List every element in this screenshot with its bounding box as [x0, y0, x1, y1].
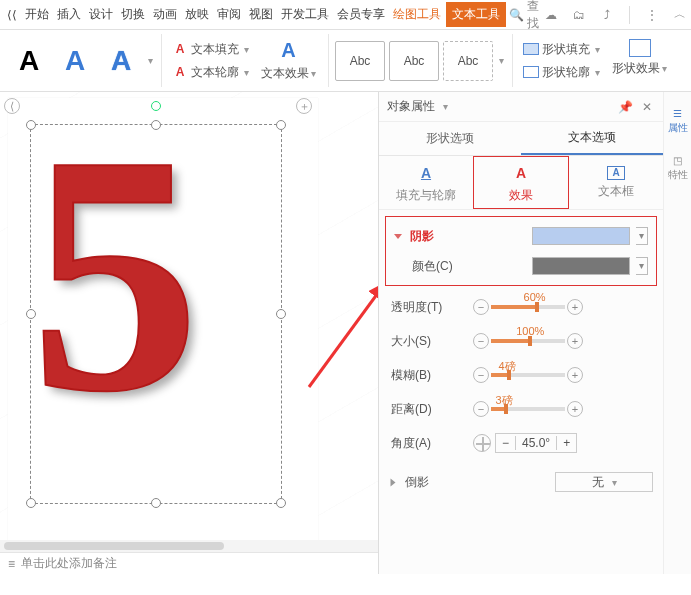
- collapse-ribbon-icon[interactable]: ︿: [671, 6, 689, 24]
- text-style-preset-3[interactable]: A: [100, 40, 142, 82]
- shape-style-preset-3[interactable]: Abc: [443, 41, 493, 81]
- share-icon[interactable]: ⤴: [598, 6, 616, 24]
- horizontal-scrollbar[interactable]: [0, 540, 378, 552]
- shape-style-more[interactable]: ▾: [499, 55, 504, 66]
- menu-slideshow[interactable]: 放映: [182, 2, 212, 27]
- text-fill-button[interactable]: A 文本填充▾: [168, 39, 253, 60]
- expand-icon[interactable]: [394, 234, 402, 239]
- reflection-dropdown[interactable]: 无 ▾: [555, 472, 653, 492]
- expand-icon[interactable]: [391, 478, 396, 486]
- more-icon[interactable]: ⋮: [643, 6, 661, 24]
- notes-icon: ≡: [8, 557, 15, 571]
- notify-icon[interactable]: 🗂: [570, 6, 588, 24]
- row-size: 大小(S) − 100% +: [391, 324, 655, 358]
- object-properties-panel: 对象属性 ▾ 📌 ✕ 形状选项 文本选项 A 填充与轮廓 A 效果 A 文本框: [378, 92, 663, 574]
- text-effect-label: 文本效果: [261, 66, 309, 80]
- tab-effect[interactable]: A 效果: [473, 156, 569, 209]
- text-effect-button[interactable]: A 文本效果▾: [257, 37, 320, 85]
- angle-stepper[interactable]: − 45.0° +: [495, 433, 577, 453]
- workspace: ⟨ ＋ 5 ≡ 单击此处添加备注 对象属性 ▾ �: [0, 92, 691, 574]
- ribbon-text-styles: A A A ▾: [8, 34, 162, 87]
- angle-dial[interactable]: [473, 434, 491, 452]
- blur-slider[interactable]: 4磅: [491, 373, 565, 377]
- menu-dev[interactable]: 开发工具: [278, 2, 332, 27]
- shape-effect-button[interactable]: 形状效果▾: [608, 37, 671, 85]
- menu-transition[interactable]: 切换: [118, 2, 148, 27]
- tab-fill-outline[interactable]: A 填充与轮廓: [379, 156, 473, 209]
- shape-fill-button[interactable]: 形状填充▾: [519, 39, 604, 60]
- opacity-value: 60%: [524, 291, 546, 303]
- reflection-section-label: 倒影: [405, 474, 473, 491]
- shadow-preset-dropdown[interactable]: ▾: [636, 227, 648, 245]
- canvas-text-glyph[interactable]: 5: [30, 112, 200, 435]
- opacity-slider[interactable]: 60%: [491, 305, 565, 309]
- rail-special[interactable]: ◳ 特性: [668, 155, 688, 182]
- row-angle: 角度(A) − 45.0° +: [391, 426, 655, 460]
- panel-title-dropdown[interactable]: ▾: [443, 101, 448, 112]
- opacity-increase[interactable]: +: [567, 299, 583, 315]
- text-fill-icon: A: [172, 41, 188, 57]
- text-style-preset-2[interactable]: A: [54, 40, 96, 82]
- tab-text-options[interactable]: 文本选项: [521, 122, 663, 155]
- resize-handle[interactable]: [26, 498, 36, 508]
- tab-textbox[interactable]: A 文本框: [569, 156, 663, 209]
- text-style-more[interactable]: ▾: [148, 55, 153, 66]
- text-outline-label: 文本轮廓: [191, 64, 239, 81]
- search-box[interactable]: 🔍 查找: [508, 0, 540, 33]
- menu-design[interactable]: 设计: [86, 2, 116, 27]
- blur-decrease[interactable]: −: [473, 367, 489, 383]
- menu-vip[interactable]: 会员专享: [334, 2, 388, 27]
- resize-handle[interactable]: [276, 498, 286, 508]
- menu-nav-prev[interactable]: ⟨⟨: [4, 4, 20, 26]
- notes-bar[interactable]: ≡ 单击此处添加备注: [0, 552, 378, 574]
- shadow-section-label: 阴影: [410, 228, 478, 245]
- menu-insert[interactable]: 插入: [54, 2, 84, 27]
- opacity-label: 透明度(T): [391, 299, 469, 316]
- panel-close-icon[interactable]: ✕: [639, 99, 655, 115]
- angle-increase[interactable]: +: [557, 436, 576, 450]
- menu-start[interactable]: 开始: [22, 2, 52, 27]
- blur-increase[interactable]: +: [567, 367, 583, 383]
- tab-shape-options[interactable]: 形状选项: [379, 122, 521, 155]
- reflection-value: 无: [592, 474, 604, 491]
- text-outline-button[interactable]: A 文本轮廓▾: [168, 62, 253, 83]
- menu-text-tool[interactable]: 文本工具: [446, 2, 506, 27]
- panel-pin-icon[interactable]: 📌: [617, 99, 633, 115]
- shape-effect-label: 形状效果: [612, 61, 660, 75]
- size-increase[interactable]: +: [567, 333, 583, 349]
- resize-handle[interactable]: [276, 120, 286, 130]
- menu-drawing-tool[interactable]: 绘图工具: [390, 2, 444, 27]
- resize-handle[interactable]: [276, 309, 286, 319]
- shape-style-preset-1[interactable]: Abc: [335, 41, 385, 81]
- menu-view[interactable]: 视图: [246, 2, 276, 27]
- ribbon: A A A ▾ A 文本填充▾ A 文本轮廓▾ A 文本效果▾ Abc Abc …: [0, 30, 691, 92]
- resize-handle[interactable]: [151, 498, 161, 508]
- canvas-collapse-icon[interactable]: ⟨: [4, 98, 20, 114]
- row-blur: 模糊(B) − 4磅 +: [391, 358, 655, 392]
- angle-decrease[interactable]: −: [496, 436, 516, 450]
- menu-animation[interactable]: 动画: [150, 2, 180, 27]
- size-decrease[interactable]: −: [473, 333, 489, 349]
- panel-tabs-lv2: A 填充与轮廓 A 效果 A 文本框: [379, 156, 663, 210]
- cube-icon: ◳: [673, 155, 682, 166]
- shadow-properties: 透明度(T) − 60% + 大小(S) − 100%: [379, 288, 663, 464]
- distance-slider[interactable]: 3磅: [491, 407, 565, 411]
- cloud-icon[interactable]: ☁: [542, 6, 560, 24]
- size-slider[interactable]: 100%: [491, 339, 565, 343]
- distance-increase[interactable]: +: [567, 401, 583, 417]
- rail-properties[interactable]: ☰ 属性: [668, 108, 688, 135]
- menu-review[interactable]: 审阅: [214, 2, 244, 27]
- distance-label: 距离(D): [391, 401, 469, 418]
- opacity-decrease[interactable]: −: [473, 299, 489, 315]
- shape-style-preset-2[interactable]: Abc: [389, 41, 439, 81]
- shadow-color-dropdown[interactable]: ▾: [636, 257, 648, 275]
- shadow-color-swatch[interactable]: [532, 257, 630, 275]
- shape-outline-button[interactable]: 形状轮廓▾: [519, 62, 604, 83]
- text-style-preset-1[interactable]: A: [8, 40, 50, 82]
- distance-decrease[interactable]: −: [473, 401, 489, 417]
- slide-canvas[interactable]: ⟨ ＋ 5 ≡ 单击此处添加备注: [0, 92, 378, 574]
- canvas-add-icon[interactable]: ＋: [296, 98, 312, 114]
- distance-value: 3磅: [495, 393, 512, 408]
- shadow-preset-swatch[interactable]: [532, 227, 630, 245]
- fill-outline-icon: A: [415, 162, 437, 184]
